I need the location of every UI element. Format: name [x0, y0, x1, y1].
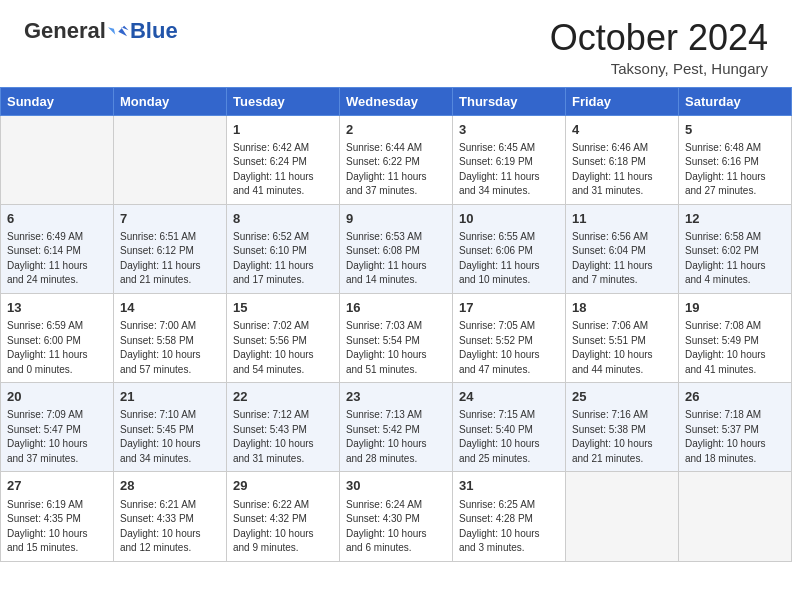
column-header-sunday: Sunday — [1, 87, 114, 115]
day-info: Sunrise: 6:51 AM Sunset: 6:12 PM Dayligh… — [120, 230, 220, 288]
page-header: General Blue October 2024 Taksony, Pest,… — [0, 0, 792, 87]
calendar-week-row: 20Sunrise: 7:09 AM Sunset: 5:47 PM Dayli… — [1, 383, 792, 472]
column-header-thursday: Thursday — [453, 87, 566, 115]
day-info: Sunrise: 6:46 AM Sunset: 6:18 PM Dayligh… — [572, 141, 672, 199]
day-info: Sunrise: 6:49 AM Sunset: 6:14 PM Dayligh… — [7, 230, 107, 288]
day-number: 10 — [459, 210, 559, 228]
day-number: 23 — [346, 388, 446, 406]
day-number: 4 — [572, 121, 672, 139]
day-info: Sunrise: 7:10 AM Sunset: 5:45 PM Dayligh… — [120, 408, 220, 466]
day-number: 12 — [685, 210, 785, 228]
day-info: Sunrise: 6:22 AM Sunset: 4:32 PM Dayligh… — [233, 498, 333, 556]
calendar-cell: 22Sunrise: 7:12 AM Sunset: 5:43 PM Dayli… — [227, 383, 340, 472]
calendar-cell: 28Sunrise: 6:21 AM Sunset: 4:33 PM Dayli… — [114, 472, 227, 561]
day-info: Sunrise: 6:58 AM Sunset: 6:02 PM Dayligh… — [685, 230, 785, 288]
day-info: Sunrise: 6:53 AM Sunset: 6:08 PM Dayligh… — [346, 230, 446, 288]
day-number: 21 — [120, 388, 220, 406]
day-number: 29 — [233, 477, 333, 495]
logo-area: General Blue — [24, 18, 178, 44]
logo: General Blue — [24, 18, 178, 44]
calendar-week-row: 6Sunrise: 6:49 AM Sunset: 6:14 PM Daylig… — [1, 204, 792, 293]
calendar-cell: 23Sunrise: 7:13 AM Sunset: 5:42 PM Dayli… — [340, 383, 453, 472]
day-info: Sunrise: 6:45 AM Sunset: 6:19 PM Dayligh… — [459, 141, 559, 199]
day-number: 28 — [120, 477, 220, 495]
day-info: Sunrise: 6:44 AM Sunset: 6:22 PM Dayligh… — [346, 141, 446, 199]
calendar-cell: 19Sunrise: 7:08 AM Sunset: 5:49 PM Dayli… — [679, 293, 792, 382]
day-number: 15 — [233, 299, 333, 317]
calendar-cell: 18Sunrise: 7:06 AM Sunset: 5:51 PM Dayli… — [566, 293, 679, 382]
calendar-cell: 10Sunrise: 6:55 AM Sunset: 6:06 PM Dayli… — [453, 204, 566, 293]
month-title: October 2024 — [550, 18, 768, 58]
calendar-header-row: SundayMondayTuesdayWednesdayThursdayFrid… — [1, 87, 792, 115]
day-number: 22 — [233, 388, 333, 406]
calendar-cell: 4Sunrise: 6:46 AM Sunset: 6:18 PM Daylig… — [566, 115, 679, 204]
day-number: 25 — [572, 388, 672, 406]
calendar-cell: 2Sunrise: 6:44 AM Sunset: 6:22 PM Daylig… — [340, 115, 453, 204]
calendar-cell: 17Sunrise: 7:05 AM Sunset: 5:52 PM Dayli… — [453, 293, 566, 382]
day-number: 3 — [459, 121, 559, 139]
day-number: 2 — [346, 121, 446, 139]
calendar-cell: 21Sunrise: 7:10 AM Sunset: 5:45 PM Dayli… — [114, 383, 227, 472]
location-text: Taksony, Pest, Hungary — [550, 60, 768, 77]
day-info: Sunrise: 7:15 AM Sunset: 5:40 PM Dayligh… — [459, 408, 559, 466]
day-info: Sunrise: 6:56 AM Sunset: 6:04 PM Dayligh… — [572, 230, 672, 288]
day-info: Sunrise: 7:00 AM Sunset: 5:58 PM Dayligh… — [120, 319, 220, 377]
calendar-cell: 24Sunrise: 7:15 AM Sunset: 5:40 PM Dayli… — [453, 383, 566, 472]
day-number: 13 — [7, 299, 107, 317]
calendar-cell: 3Sunrise: 6:45 AM Sunset: 6:19 PM Daylig… — [453, 115, 566, 204]
day-info: Sunrise: 6:25 AM Sunset: 4:28 PM Dayligh… — [459, 498, 559, 556]
calendar-cell: 30Sunrise: 6:24 AM Sunset: 4:30 PM Dayli… — [340, 472, 453, 561]
calendar-cell: 27Sunrise: 6:19 AM Sunset: 4:35 PM Dayli… — [1, 472, 114, 561]
calendar-cell: 8Sunrise: 6:52 AM Sunset: 6:10 PM Daylig… — [227, 204, 340, 293]
day-info: Sunrise: 7:13 AM Sunset: 5:42 PM Dayligh… — [346, 408, 446, 466]
day-info: Sunrise: 7:18 AM Sunset: 5:37 PM Dayligh… — [685, 408, 785, 466]
calendar-cell: 1Sunrise: 6:42 AM Sunset: 6:24 PM Daylig… — [227, 115, 340, 204]
day-info: Sunrise: 7:12 AM Sunset: 5:43 PM Dayligh… — [233, 408, 333, 466]
calendar-cell: 31Sunrise: 6:25 AM Sunset: 4:28 PM Dayli… — [453, 472, 566, 561]
day-number: 27 — [7, 477, 107, 495]
logo-bird-icon — [108, 20, 130, 42]
day-number: 24 — [459, 388, 559, 406]
calendar-cell — [1, 115, 114, 204]
calendar-table: SundayMondayTuesdayWednesdayThursdayFrid… — [0, 87, 792, 562]
day-info: Sunrise: 6:59 AM Sunset: 6:00 PM Dayligh… — [7, 319, 107, 377]
day-number: 14 — [120, 299, 220, 317]
day-number: 19 — [685, 299, 785, 317]
day-number: 18 — [572, 299, 672, 317]
calendar-week-row: 1Sunrise: 6:42 AM Sunset: 6:24 PM Daylig… — [1, 115, 792, 204]
logo-blue-text: Blue — [130, 18, 178, 44]
day-info: Sunrise: 7:09 AM Sunset: 5:47 PM Dayligh… — [7, 408, 107, 466]
svg-marker-1 — [108, 27, 115, 34]
day-number: 20 — [7, 388, 107, 406]
calendar-cell — [566, 472, 679, 561]
day-info: Sunrise: 6:19 AM Sunset: 4:35 PM Dayligh… — [7, 498, 107, 556]
day-number: 16 — [346, 299, 446, 317]
calendar-cell: 25Sunrise: 7:16 AM Sunset: 5:38 PM Dayli… — [566, 383, 679, 472]
column-header-saturday: Saturday — [679, 87, 792, 115]
calendar-cell: 14Sunrise: 7:00 AM Sunset: 5:58 PM Dayli… — [114, 293, 227, 382]
calendar-cell: 26Sunrise: 7:18 AM Sunset: 5:37 PM Dayli… — [679, 383, 792, 472]
title-area: October 2024 Taksony, Pest, Hungary — [550, 18, 768, 77]
day-info: Sunrise: 7:03 AM Sunset: 5:54 PM Dayligh… — [346, 319, 446, 377]
calendar-cell: 7Sunrise: 6:51 AM Sunset: 6:12 PM Daylig… — [114, 204, 227, 293]
calendar-cell: 29Sunrise: 6:22 AM Sunset: 4:32 PM Dayli… — [227, 472, 340, 561]
day-number: 9 — [346, 210, 446, 228]
day-info: Sunrise: 6:21 AM Sunset: 4:33 PM Dayligh… — [120, 498, 220, 556]
calendar-cell: 6Sunrise: 6:49 AM Sunset: 6:14 PM Daylig… — [1, 204, 114, 293]
calendar-cell — [114, 115, 227, 204]
day-number: 5 — [685, 121, 785, 139]
day-number: 1 — [233, 121, 333, 139]
calendar-cell: 20Sunrise: 7:09 AM Sunset: 5:47 PM Dayli… — [1, 383, 114, 472]
calendar-cell — [679, 472, 792, 561]
day-number: 8 — [233, 210, 333, 228]
calendar-week-row: 13Sunrise: 6:59 AM Sunset: 6:00 PM Dayli… — [1, 293, 792, 382]
day-number: 31 — [459, 477, 559, 495]
column-header-tuesday: Tuesday — [227, 87, 340, 115]
day-info: Sunrise: 7:06 AM Sunset: 5:51 PM Dayligh… — [572, 319, 672, 377]
calendar-cell: 5Sunrise: 6:48 AM Sunset: 6:16 PM Daylig… — [679, 115, 792, 204]
day-number: 26 — [685, 388, 785, 406]
calendar-cell: 9Sunrise: 6:53 AM Sunset: 6:08 PM Daylig… — [340, 204, 453, 293]
day-number: 17 — [459, 299, 559, 317]
day-info: Sunrise: 6:48 AM Sunset: 6:16 PM Dayligh… — [685, 141, 785, 199]
day-number: 7 — [120, 210, 220, 228]
